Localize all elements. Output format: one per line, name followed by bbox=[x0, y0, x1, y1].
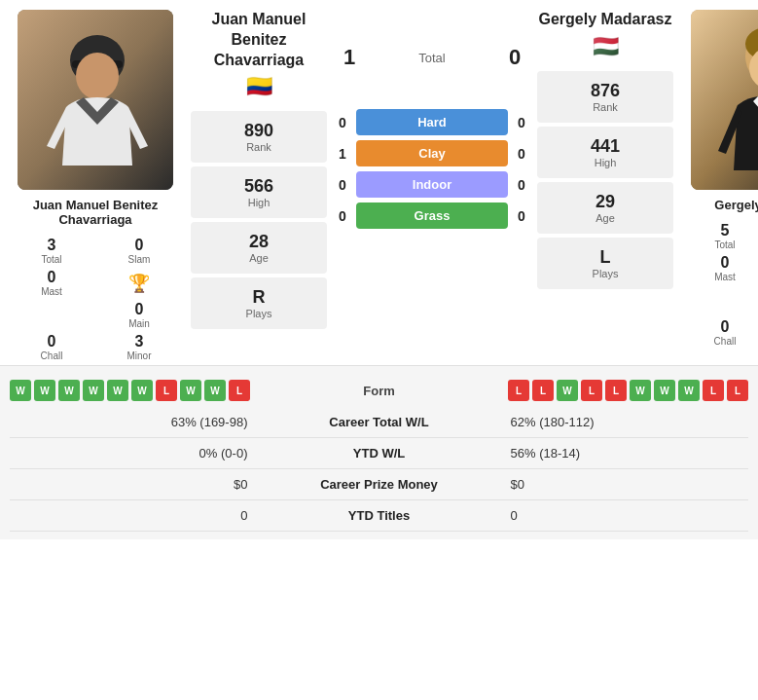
left-total-value: 3 bbox=[16, 237, 88, 254]
right-player-card: Gergely Madarasz 5 Total 0 Slam 0 Mast 🏆 bbox=[681, 10, 758, 361]
right-high-box: 441 High bbox=[537, 127, 673, 178]
left-flag: 🇨🇴 bbox=[191, 74, 327, 99]
stat-label: YTD Titles bbox=[253, 500, 504, 532]
right-chall-value: 0 bbox=[689, 318, 758, 336]
left-stats-panel: Juan Manuel Benitez Chavarriaga 🇨🇴 890 R… bbox=[191, 10, 327, 361]
surface-hard-row: 0 Hard 0 bbox=[335, 109, 529, 135]
right-player-stats: 5 Total 0 Slam 0 Mast 🏆 0 Main bbox=[681, 222, 758, 347]
stat-left-value: $0 bbox=[10, 469, 253, 500]
right-flag: 🇭🇺 bbox=[537, 34, 673, 59]
left-plays-label: Plays bbox=[199, 308, 319, 319]
right-total-score: 0 bbox=[500, 45, 529, 70]
grass-left-score: 0 bbox=[335, 208, 350, 224]
grass-surface-btn[interactable]: Grass bbox=[356, 203, 508, 229]
left-high-label: High bbox=[199, 197, 319, 208]
left-player-stats: 3 Total 0 Slam 0 Mast 🏆 0 Main bbox=[8, 237, 183, 361]
left-age-label: Age bbox=[199, 252, 319, 264]
stat-label: Career Prize Money bbox=[253, 469, 504, 500]
right-rank-label: Rank bbox=[545, 101, 666, 113]
stat-label: Career Total W/L bbox=[253, 407, 504, 438]
stat-label: YTD W/L bbox=[253, 438, 504, 469]
right-chall-cell: 0 Chall bbox=[689, 318, 758, 347]
left-rank-box: 890 Rank bbox=[191, 111, 327, 163]
left-player-name-top: Juan Manuel Benitez Chavarriaga bbox=[191, 10, 327, 70]
clay-left-score: 1 bbox=[335, 146, 350, 162]
right-form-badge: L bbox=[508, 380, 529, 401]
left-mast-value: 0 bbox=[16, 269, 88, 286]
clay-right-score: 0 bbox=[514, 146, 529, 162]
left-player-photo bbox=[18, 10, 173, 190]
hard-surface-btn[interactable]: Hard bbox=[356, 109, 508, 135]
stat-left-value: 63% (169-98) bbox=[10, 407, 253, 438]
right-mast-cell: 0 Mast bbox=[689, 254, 758, 282]
right-player-name-top: Gergely Madarasz bbox=[537, 10, 673, 30]
right-form-badge: L bbox=[581, 380, 602, 401]
right-plays-value: L bbox=[545, 247, 666, 268]
stats-row: 0 YTD Titles 0 bbox=[10, 500, 748, 532]
stat-left-value: 0% (0-0) bbox=[10, 438, 253, 469]
right-mast-label: Mast bbox=[689, 272, 758, 282]
stat-right-value: 56% (18-14) bbox=[505, 438, 748, 469]
surface-clay-row: 1 Clay 0 bbox=[335, 140, 529, 166]
right-age-label: Age bbox=[545, 212, 666, 224]
layout-wrapper: Juan Manuel Benitez Chavarriaga 3 Total … bbox=[0, 0, 758, 365]
trophy-row: 🏆 bbox=[103, 269, 175, 297]
total-header: 1 Total 0 bbox=[335, 45, 529, 70]
right-high-value: 441 bbox=[545, 136, 666, 157]
right-form-badge: W bbox=[654, 380, 675, 401]
left-rank-value: 890 bbox=[199, 121, 319, 141]
form-row: WWWWWWLWWL Form LLWLLWWWLL bbox=[10, 374, 748, 407]
clay-surface-btn[interactable]: Clay bbox=[356, 140, 508, 166]
left-slam-cell: 0 Slam bbox=[103, 237, 175, 265]
bottom-section: WWWWWWLWWL Form LLWLLWWWLL 63% (169-98) … bbox=[0, 365, 758, 539]
left-slam-value: 0 bbox=[103, 237, 175, 254]
right-total-cell: 5 Total bbox=[689, 222, 758, 250]
stat-right-value: 62% (180-112) bbox=[505, 407, 748, 438]
left-form-badge: W bbox=[131, 380, 153, 401]
right-rank-box: 876 Rank bbox=[537, 71, 673, 123]
left-form-badge: W bbox=[180, 380, 201, 401]
left-age-box: 28 Age bbox=[191, 222, 327, 274]
right-age-value: 29 bbox=[545, 192, 666, 212]
left-plays-value: R bbox=[199, 287, 319, 308]
left-form-badge: W bbox=[204, 380, 226, 401]
left-form-badge: W bbox=[83, 380, 104, 401]
right-plays-label: Plays bbox=[545, 268, 666, 279]
left-form-badge: W bbox=[34, 380, 55, 401]
left-chall-value: 0 bbox=[16, 333, 88, 350]
right-form-badge: L bbox=[727, 380, 748, 401]
main-container: Juan Manuel Benitez Chavarriaga 3 Total … bbox=[0, 0, 758, 539]
right-player-name: Gergely Madarasz bbox=[714, 198, 758, 212]
left-plays-box: R Plays bbox=[191, 277, 327, 329]
right-total-value: 5 bbox=[689, 222, 758, 239]
right-total-label: Total bbox=[689, 239, 758, 250]
right-form-badge: W bbox=[630, 380, 651, 401]
right-player-photo bbox=[691, 10, 758, 190]
stat-right-value: 0 bbox=[505, 500, 748, 532]
stats-row: 63% (169-98) Career Total W/L 62% (180-1… bbox=[10, 407, 748, 438]
left-main-label: Main bbox=[103, 318, 175, 329]
grass-right-score: 0 bbox=[514, 208, 529, 224]
left-chall-label: Chall bbox=[16, 350, 88, 361]
left-minor-cell: 3 Minor bbox=[103, 333, 175, 361]
left-form-badge: L bbox=[229, 380, 250, 401]
indoor-surface-btn[interactable]: Indoor bbox=[356, 171, 508, 198]
right-chall-label: Chall bbox=[689, 336, 758, 347]
stat-right-value: $0 bbox=[505, 469, 748, 500]
svg-point-3 bbox=[76, 53, 119, 99]
stats-row: $0 Career Prize Money $0 bbox=[10, 469, 748, 500]
left-mast-label: Mast bbox=[16, 286, 88, 297]
left-total-score: 1 bbox=[335, 45, 364, 70]
left-rank-label: Rank bbox=[199, 141, 319, 153]
right-plays-box: L Plays bbox=[537, 238, 673, 289]
hard-left-score: 0 bbox=[335, 115, 350, 130]
left-total-cell: 3 Total bbox=[16, 237, 88, 265]
surface-indoor-row: 0 Indoor 0 bbox=[335, 171, 529, 198]
form-label: Form bbox=[250, 384, 508, 398]
right-form-badge: L bbox=[703, 380, 724, 401]
stats-table: 63% (169-98) Career Total W/L 62% (180-1… bbox=[10, 407, 748, 532]
surface-grass-row: 0 Grass 0 bbox=[335, 203, 529, 229]
left-high-value: 566 bbox=[199, 176, 319, 197]
left-name-block: Juan Manuel Benitez Chavarriaga 🇨🇴 bbox=[191, 10, 327, 103]
left-age-value: 28 bbox=[199, 232, 319, 252]
